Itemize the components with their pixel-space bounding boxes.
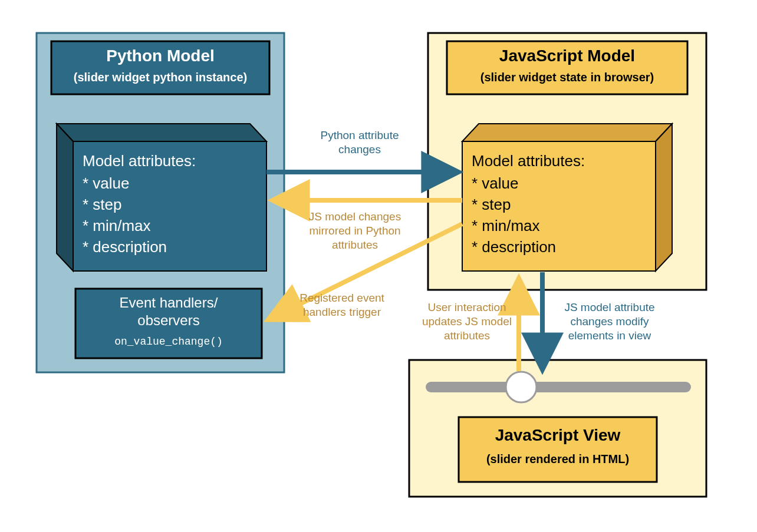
- js-attrs-cuboid: Model attributes: * value * step * min/m…: [462, 124, 672, 271]
- svg-marker-9: [656, 124, 672, 271]
- label-model-view-2: changes modify: [570, 315, 649, 328]
- label-user-2: updates JS model: [422, 315, 512, 328]
- svg-rect-12: [426, 382, 691, 392]
- js-model-title: JavaScript Model: [499, 47, 635, 65]
- js-attr-1: * step: [472, 196, 511, 213]
- label-model-view-1: JS model attribute: [564, 301, 654, 313]
- python-model-container: Python Model (slider widget python insta…: [37, 33, 284, 372]
- python-attrs-cuboid: Model attributes: * value * step * min/m…: [57, 124, 266, 271]
- js-attr-2: * min/max: [472, 217, 540, 234]
- label-user-1: User interaction: [427, 301, 506, 313]
- label-js-to-py-3: attributes: [332, 239, 378, 251]
- diagram-canvas: Python Model (slider widget python insta…: [0, 0, 757, 532]
- label-js-to-py-1: JS model changes: [309, 210, 401, 223]
- label-handlers-2: handlers trigger: [303, 306, 381, 318]
- svg-marker-8: [462, 124, 672, 141]
- python-model-title: Python Model: [106, 47, 215, 65]
- js-view-title: JavaScript View: [495, 426, 621, 444]
- js-attr-3: * description: [472, 238, 556, 256]
- js-view-subtitle: (slider rendered in HTML): [486, 452, 629, 465]
- js-view-container: JavaScript View (slider rendered in HTML…: [409, 360, 706, 497]
- python-attr-2: * min/max: [83, 217, 151, 234]
- svg-marker-2: [57, 124, 266, 141]
- python-model-subtitle: (slider widget python instance): [74, 71, 247, 84]
- js-attr-0: * value: [472, 174, 519, 192]
- label-user-3: attributes: [444, 329, 490, 342]
- svg-marker-3: [57, 124, 73, 271]
- label-py-to-js-1: Python attribute: [320, 129, 399, 141]
- label-model-view-3: elements in view: [568, 329, 651, 342]
- python-attr-title: Model attributes:: [83, 152, 196, 170]
- js-attr-title: Model attributes:: [472, 152, 585, 170]
- event-handlers-box: Event handlers/ observers on_value_chang…: [75, 289, 262, 358]
- python-attr-1: * step: [83, 196, 122, 213]
- label-py-to-js-2: changes: [338, 143, 381, 156]
- js-model-subtitle: (slider widget state in browser): [480, 71, 654, 84]
- handlers-line2: observers: [137, 312, 199, 328]
- handlers-code: on_value_change(): [114, 336, 223, 348]
- python-attr-3: * description: [83, 238, 167, 256]
- js-model-container: JavaScript Model (slider widget state in…: [428, 33, 706, 290]
- python-attr-0: * value: [83, 174, 130, 192]
- handlers-line1: Event handlers/: [120, 295, 218, 310]
- label-handlers-1: Registered event: [299, 292, 384, 304]
- label-js-to-py-2: mirrored in Python: [309, 224, 400, 237]
- slider-thumb[interactable]: [506, 372, 537, 402]
